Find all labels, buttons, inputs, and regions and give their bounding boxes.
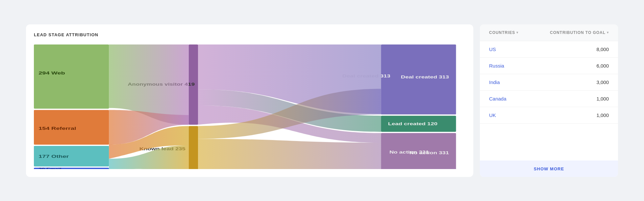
contribution-chevron-icon: ▾ <box>607 31 609 34</box>
label-noact-right: No action 331 <box>409 151 449 155</box>
right-panel: COUNTRIES ▾ CONTRIBUTION TO GOAL ▾ US 8,… <box>480 24 618 177</box>
countries-header[interactable]: COUNTRIES ▾ <box>489 30 550 35</box>
sankey-svg: 294 Web 154 Referral 177 Other 20 Email … <box>34 44 465 169</box>
table-row[interactable]: US 8,000 <box>480 41 618 58</box>
show-more-button[interactable]: SHOW MORE <box>480 160 618 177</box>
flow-known-noact <box>198 139 381 169</box>
table-row[interactable]: UK 1,000 <box>480 107 618 124</box>
label-referral: 154 Referral <box>38 126 76 131</box>
node-known <box>189 126 198 169</box>
node-deal <box>381 44 456 114</box>
contribution-value: 1,000 <box>596 96 609 101</box>
country-name: US <box>489 46 596 52</box>
left-panel: LEAD STAGE ATTRIBUTION <box>26 24 473 177</box>
countries-table-body: US 8,000 Russia 6,000 India 3,000 Canada… <box>480 41 618 160</box>
countries-chevron-icon: ▾ <box>516 31 518 34</box>
label-email: 20 Email <box>38 167 61 169</box>
main-container: LEAD STAGE ATTRIBUTION <box>26 24 618 177</box>
countries-label: COUNTRIES <box>489 30 515 35</box>
label-lead-created: Lead created 120 <box>388 121 438 126</box>
contribution-value: 1,000 <box>596 112 609 118</box>
country-name: Russia <box>489 63 596 69</box>
table-row[interactable]: India 3,000 <box>480 74 618 91</box>
sankey-chart: 294 Web 154 Referral 177 Other 20 Email … <box>34 44 465 169</box>
node-web <box>34 44 109 108</box>
panel-title: LEAD STAGE ATTRIBUTION <box>34 32 465 37</box>
table-header: COUNTRIES ▾ CONTRIBUTION TO GOAL ▾ <box>480 24 618 41</box>
country-name: India <box>489 79 596 85</box>
contribution-value: 8,000 <box>596 46 609 52</box>
contribution-value: 6,000 <box>596 63 609 69</box>
label-web: 294 Web <box>38 70 65 75</box>
country-name: Canada <box>489 96 596 101</box>
show-more-label: SHOW MORE <box>534 166 564 171</box>
label-deal-right: Deal created 313 <box>401 75 449 79</box>
table-row[interactable]: Canada 1,000 <box>480 91 618 107</box>
contribution-value: 3,000 <box>596 79 609 85</box>
contribution-header[interactable]: CONTRIBUTION TO GOAL ▾ <box>550 30 609 35</box>
country-name: UK <box>489 112 596 118</box>
contribution-label: CONTRIBUTION TO GOAL <box>550 30 606 35</box>
label-other: 177 Other <box>38 154 69 158</box>
table-row[interactable]: Russia 6,000 <box>480 58 618 74</box>
